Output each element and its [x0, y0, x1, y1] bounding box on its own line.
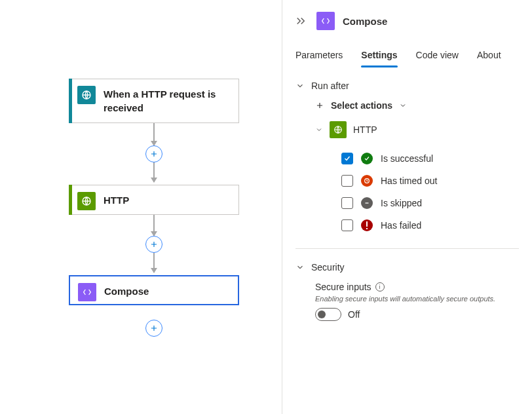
node-label: HTTP — [104, 192, 129, 207]
secure-inputs-label: Secure inputs — [315, 282, 371, 292]
chevron-down-icon — [295, 81, 305, 90]
connector — [153, 162, 155, 182]
chevron-down-icon — [315, 126, 323, 134]
status-row-failed: Has failed — [341, 214, 519, 236]
checkbox-skipped[interactable] — [341, 197, 353, 209]
chevron-down-icon — [295, 263, 305, 272]
status-list: Is successful Has timed out Is skipped — [295, 147, 519, 236]
connector — [153, 123, 155, 145]
run-after-header[interactable]: Run after — [295, 81, 519, 91]
request-trigger-icon — [77, 86, 96, 104]
secure-inputs-hint: Enabling secure inputs will automaticall… — [315, 295, 519, 303]
tab-code-view[interactable]: Code view — [416, 45, 459, 67]
http-action-icon — [77, 192, 96, 210]
toggle-knob — [318, 310, 326, 318]
run-after-action[interactable]: HTTP — [295, 121, 519, 138]
workflow-canvas: When a HTTP request is received HTTP Com… — [0, 0, 282, 414]
connector — [153, 215, 155, 236]
compose-icon — [78, 283, 96, 301]
svg-rect-5 — [366, 228, 368, 229]
success-icon — [361, 153, 373, 164]
compose-icon — [316, 12, 335, 30]
status-label: Has timed out — [381, 176, 437, 186]
status-label: Has failed — [381, 220, 421, 231]
secure-inputs-toggle-row: Off — [315, 308, 519, 321]
status-label: Is skipped — [381, 198, 422, 208]
collapse-panel-button[interactable] — [293, 13, 309, 29]
checkbox-failed[interactable] — [341, 219, 353, 231]
security-header[interactable]: Security — [295, 262, 519, 273]
connector — [153, 253, 155, 273]
status-row-successful: Is successful — [341, 147, 519, 170]
panel-title: Compose — [343, 16, 387, 27]
checkbox-timeout[interactable] — [341, 175, 353, 187]
chevron-down-icon — [399, 102, 407, 109]
node-accent — [69, 79, 72, 123]
select-actions-label: Select actions — [331, 100, 392, 111]
section-title: Security — [311, 262, 345, 273]
tab-settings[interactable]: Settings — [361, 45, 397, 67]
panel-header: Compose — [282, 0, 532, 39]
status-row-skipped: Is skipped — [341, 192, 519, 214]
action-name: HTTP — [353, 124, 377, 135]
toggle-value: Off — [348, 309, 360, 320]
secure-inputs-toggle[interactable] — [315, 308, 341, 321]
select-actions-button[interactable]: Select actions — [295, 100, 519, 111]
http-action-icon — [330, 121, 347, 138]
panel-tabs: Parameters Settings Code view About — [282, 39, 532, 67]
action-settings-panel: Compose Parameters Settings Code view Ab… — [282, 0, 532, 414]
section-title: Run after — [311, 81, 349, 91]
skipped-icon — [361, 197, 373, 209]
failed-icon — [361, 219, 373, 231]
secure-inputs-label-row: Secure inputs i — [315, 282, 519, 292]
add-action-button[interactable] — [145, 236, 162, 253]
info-icon[interactable]: i — [375, 282, 385, 292]
add-action-button[interactable] — [145, 320, 162, 337]
status-row-timeout: Has timed out — [341, 170, 519, 192]
add-action-button[interactable] — [145, 145, 162, 162]
run-after-section: Run after Select actions HTTP Is success… — [282, 67, 532, 249]
tab-parameters[interactable]: Parameters — [295, 45, 343, 67]
node-label: When a HTTP request is received — [104, 86, 231, 115]
node-trigger[interactable]: When a HTTP request is received — [69, 79, 239, 123]
timeout-icon — [361, 175, 373, 187]
node-compose[interactable]: Compose — [69, 275, 239, 305]
checkbox-successful[interactable] — [341, 153, 353, 164]
tab-about[interactable]: About — [477, 45, 501, 67]
plus-icon — [315, 101, 324, 110]
status-label: Is successful — [381, 153, 433, 164]
node-accent — [69, 185, 72, 215]
security-section: Security Secure inputs i Enabling secure… — [282, 249, 532, 321]
node-label: Compose — [104, 283, 149, 298]
node-http[interactable]: HTTP — [69, 185, 239, 215]
svg-rect-4 — [366, 221, 368, 227]
